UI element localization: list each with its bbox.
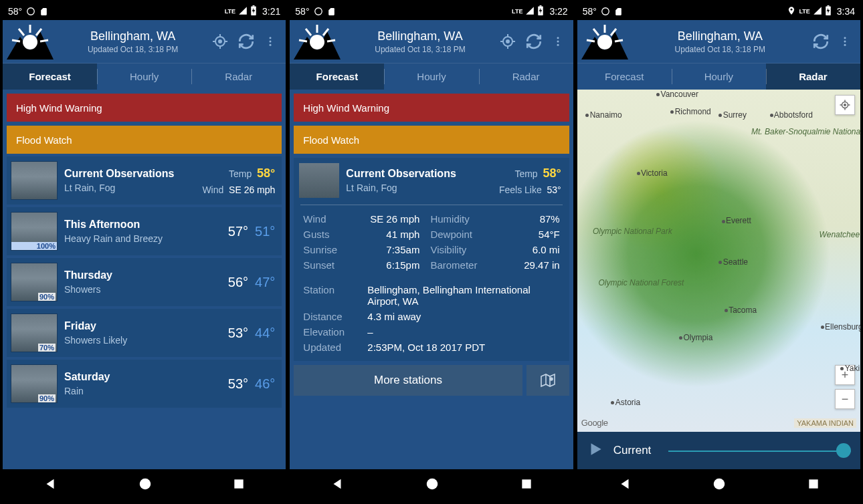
details-content: High Wind Warning Flood Watch Current Ob… [290, 90, 573, 469]
map-button[interactable] [526, 365, 569, 396]
snooze-icon [314, 7, 323, 16]
svg-line-52 [615, 40, 623, 41]
play-icon[interactable] [587, 440, 604, 461]
alert-flood-watch[interactable]: Flood Watch [294, 126, 569, 154]
back-icon[interactable] [43, 477, 58, 494]
station-updated-label: Updated [303, 342, 358, 353]
tab-radar[interactable]: Radar [191, 64, 286, 90]
forecast-row[interactable]: 90% SaturdayRain 53°46° [7, 360, 282, 408]
elevation-value: – [367, 326, 559, 338]
locate-icon[interactable] [212, 33, 228, 49]
home-icon[interactable] [138, 477, 153, 494]
android-navbar [3, 469, 286, 501]
obs-dewpoint-label: Dewpoint [430, 229, 477, 240]
forecast-row[interactable]: 90% ThursdayShowers 56°47° [7, 258, 282, 306]
back-icon[interactable] [330, 477, 345, 494]
signal-icon [525, 6, 535, 17]
refresh-icon[interactable] [525, 33, 543, 50]
radar-time-slider[interactable] [668, 443, 851, 459]
tab-forecast[interactable]: Forecast [577, 64, 672, 90]
precip-pct: 70% [38, 344, 56, 352]
refresh-icon[interactable] [812, 33, 830, 50]
google-attribution: Google [581, 418, 608, 428]
home-icon[interactable] [425, 477, 440, 494]
obs-sunrise-label: Sunrise [303, 244, 337, 255]
weather-thumb-icon: 90% [11, 364, 58, 403]
overflow-menu-icon[interactable] [552, 34, 564, 49]
svg-rect-47 [827, 5, 829, 7]
svg-point-15 [270, 37, 272, 39]
back-icon[interactable] [617, 477, 632, 494]
android-navbar [290, 469, 573, 501]
svg-point-8 [23, 35, 37, 49]
forecast-row[interactable]: 100% This AfternoonHeavy Rain and Breezy… [7, 207, 282, 255]
svg-point-30 [506, 40, 509, 43]
map-city-label: Seattle [723, 257, 748, 267]
svg-point-20 [314, 8, 322, 15]
tab-hourly[interactable]: Hourly [97, 64, 191, 90]
svg-point-54 [844, 37, 846, 39]
temp-low: 46° [255, 376, 275, 392]
more-stations-button[interactable]: More stations [294, 365, 522, 396]
recents-icon[interactable] [520, 477, 533, 493]
svg-point-10 [219, 40, 221, 43]
svg-point-58 [844, 104, 846, 106]
svg-point-35 [557, 37, 559, 39]
app-logo-icon [294, 23, 341, 59]
forecast-sub: Showers Likely [64, 335, 221, 346]
feels-value: 53° [547, 184, 561, 195]
lte-icon: LTE [799, 8, 809, 15]
obs-wind-label: Wind [303, 213, 337, 225]
svg-point-41 [550, 378, 553, 380]
tab-forecast[interactable]: Forecast [290, 64, 384, 90]
map-city-label: Nanaimo [590, 110, 622, 120]
current-conditions: Lt Rain, Fog [64, 182, 195, 193]
lte-icon: LTE [512, 8, 522, 15]
refresh-icon[interactable] [237, 33, 255, 50]
map-city-label: Victoria [641, 168, 668, 178]
tab-hourly[interactable]: Hourly [672, 64, 766, 90]
status-time: 3:21 [262, 6, 280, 17]
overflow-menu-icon[interactable] [839, 34, 851, 49]
station-value: Bellingham, Bellingham International Air… [367, 284, 559, 307]
elevation-label: Elevation [303, 326, 358, 338]
tabs: Forecast Hourly Radar [3, 63, 286, 90]
forecast-row[interactable]: 70% FridayShowers Likely 53°44° [7, 309, 282, 357]
temp-high: 57° [228, 224, 248, 239]
tab-radar[interactable]: Radar [479, 64, 573, 90]
svg-point-45 [791, 8, 793, 10]
temp-low: 51° [255, 224, 275, 239]
radar-map[interactable]: + − Google YAKAMA INDIAN VancouverRichmo… [577, 90, 860, 432]
alert-flood-watch[interactable]: Flood Watch [7, 126, 282, 154]
recents-icon[interactable] [807, 477, 820, 493]
obs-sunset-val: 6:15pm [348, 259, 419, 271]
feels-label: Feels Like [499, 184, 542, 195]
weather-thumb-icon: 70% [11, 313, 58, 352]
home-icon[interactable] [712, 477, 727, 494]
tab-hourly[interactable]: Hourly [384, 64, 478, 90]
map-locate-button[interactable] [835, 95, 855, 115]
recents-icon[interactable] [232, 477, 246, 493]
location-title: Bellingham, WA [631, 29, 809, 43]
station-label: Station [303, 284, 358, 307]
forecast-sub: Rain [64, 386, 221, 396]
overflow-menu-icon[interactable] [264, 34, 276, 49]
svg-line-51 [587, 40, 595, 41]
zoom-out-button[interactable]: − [835, 389, 855, 409]
current-observations-row[interactable]: Current Observations Lt Rain, Fog Temp 5… [7, 156, 282, 205]
precip-pct: 90% [38, 394, 56, 402]
obs-grid: WindSE 26 mphHumidity87% Gusts41 mphDewp… [294, 208, 569, 276]
alert-high-wind[interactable]: High Wind Warning [294, 94, 569, 122]
map-city-label: Astoria [615, 398, 640, 407]
map-city-label: Tacoma [729, 305, 757, 315]
tabs: Forecast Hourly Radar [290, 63, 573, 90]
distance-value: 4.3 mi away [367, 311, 559, 322]
alert-high-wind[interactable]: High Wind Warning [7, 94, 282, 122]
tab-forecast[interactable]: Forecast [3, 64, 97, 90]
tab-radar[interactable]: Radar [766, 64, 860, 90]
svg-rect-22 [540, 5, 542, 7]
locate-icon[interactable] [500, 33, 516, 49]
temp-label: Temp [229, 168, 252, 179]
svg-point-53 [597, 35, 612, 49]
svg-point-42 [427, 479, 438, 490]
